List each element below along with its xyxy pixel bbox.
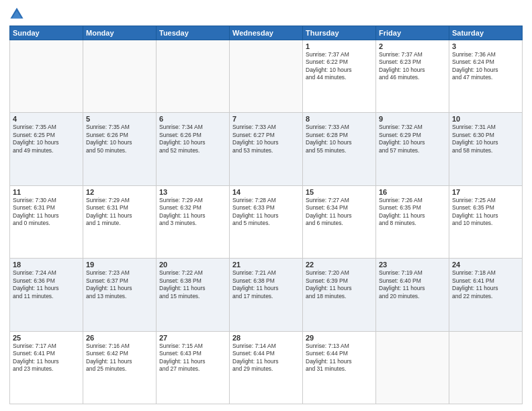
day-number: 18: [13, 261, 80, 269]
calendar-cell: 19Sunrise: 7:23 AM Sunset: 6:37 PM Dayli…: [83, 259, 157, 331]
calendar-cell: 29Sunrise: 7:13 AM Sunset: 6:44 PM Dayli…: [303, 331, 376, 404]
weekday-header-thursday: Thursday: [303, 26, 376, 40]
day-info: Sunrise: 7:25 AM Sunset: 6:35 PM Dayligh…: [452, 197, 519, 228]
calendar-cell: 20Sunrise: 7:22 AM Sunset: 6:38 PM Dayli…: [157, 259, 230, 331]
day-info: Sunrise: 7:33 AM Sunset: 6:28 PM Dayligh…: [306, 124, 373, 154]
day-info: Sunrise: 7:14 AM Sunset: 6:44 PM Dayligh…: [232, 342, 300, 373]
day-info: Sunrise: 7:32 AM Sunset: 6:29 PM Dayligh…: [379, 124, 446, 154]
calendar-cell: 4Sunrise: 7:35 AM Sunset: 6:25 PM Daylig…: [10, 113, 83, 185]
weekday-header-sunday: Sunday: [10, 26, 83, 40]
day-info: Sunrise: 7:24 AM Sunset: 6:36 PM Dayligh…: [13, 269, 80, 300]
calendar-cell: 24Sunrise: 7:18 AM Sunset: 6:41 PM Dayli…: [449, 259, 523, 331]
calendar-week-4: 18Sunrise: 7:24 AM Sunset: 6:36 PM Dayli…: [10, 259, 523, 331]
calendar-cell: 25Sunrise: 7:17 AM Sunset: 6:41 PM Dayli…: [10, 331, 83, 404]
calendar-week-5: 25Sunrise: 7:17 AM Sunset: 6:41 PM Dayli…: [10, 331, 523, 404]
header: [9, 7, 523, 21]
logo-icon: [9, 7, 24, 21]
weekday-header-wednesday: Wednesday: [230, 26, 303, 40]
calendar-cell: 18Sunrise: 7:24 AM Sunset: 6:36 PM Dayli…: [10, 259, 83, 331]
day-number: 29: [306, 334, 373, 342]
day-number: 14: [232, 188, 300, 196]
calendar-week-1: 1Sunrise: 7:37 AM Sunset: 6:22 PM Daylig…: [10, 40, 523, 113]
calendar-cell: [10, 40, 83, 113]
calendar-cell: 14Sunrise: 7:28 AM Sunset: 6:33 PM Dayli…: [230, 185, 303, 258]
calendar-week-3: 11Sunrise: 7:30 AM Sunset: 6:31 PM Dayli…: [10, 185, 523, 258]
calendar-cell: 28Sunrise: 7:14 AM Sunset: 6:44 PM Dayli…: [230, 331, 303, 404]
calendar-cell: 21Sunrise: 7:21 AM Sunset: 6:38 PM Dayli…: [230, 259, 303, 331]
calendar-cell: 27Sunrise: 7:15 AM Sunset: 6:43 PM Dayli…: [157, 331, 230, 404]
day-number: 2: [379, 42, 446, 50]
day-number: 26: [86, 334, 153, 342]
calendar-cell: 13Sunrise: 7:29 AM Sunset: 6:32 PM Dayli…: [157, 185, 230, 258]
logo: [9, 7, 27, 21]
day-number: 4: [13, 115, 80, 123]
calendar-cell: [157, 40, 230, 113]
calendar-week-2: 4Sunrise: 7:35 AM Sunset: 6:25 PM Daylig…: [10, 113, 523, 185]
day-number: 20: [159, 261, 226, 269]
day-number: 3: [452, 42, 519, 50]
calendar-cell: 10Sunrise: 7:31 AM Sunset: 6:30 PM Dayli…: [449, 113, 523, 185]
calendar-cell: 5Sunrise: 7:35 AM Sunset: 6:26 PM Daylig…: [83, 113, 157, 185]
day-info: Sunrise: 7:29 AM Sunset: 6:31 PM Dayligh…: [86, 197, 153, 228]
calendar-cell: 23Sunrise: 7:19 AM Sunset: 6:40 PM Dayli…: [376, 259, 449, 331]
day-number: 17: [452, 188, 519, 196]
day-number: 9: [379, 115, 446, 123]
day-number: 7: [232, 115, 300, 123]
weekday-header-saturday: Saturday: [449, 26, 523, 40]
calendar-cell: [83, 40, 157, 113]
day-info: Sunrise: 7:27 AM Sunset: 6:34 PM Dayligh…: [306, 197, 373, 228]
day-info: Sunrise: 7:30 AM Sunset: 6:31 PM Dayligh…: [13, 197, 80, 228]
day-info: Sunrise: 7:35 AM Sunset: 6:25 PM Dayligh…: [13, 124, 80, 154]
day-number: 16: [379, 188, 446, 196]
calendar-cell: 16Sunrise: 7:26 AM Sunset: 6:35 PM Dayli…: [376, 185, 449, 258]
calendar-cell: 9Sunrise: 7:32 AM Sunset: 6:29 PM Daylig…: [376, 113, 449, 185]
day-info: Sunrise: 7:16 AM Sunset: 6:42 PM Dayligh…: [86, 342, 153, 373]
calendar-cell: [230, 40, 303, 113]
weekday-header-monday: Monday: [83, 26, 157, 40]
calendar-cell: 11Sunrise: 7:30 AM Sunset: 6:31 PM Dayli…: [10, 185, 83, 258]
day-number: 21: [232, 261, 300, 269]
calendar-cell: 3Sunrise: 7:36 AM Sunset: 6:24 PM Daylig…: [449, 40, 523, 113]
day-number: 13: [159, 188, 226, 196]
day-number: 12: [86, 188, 153, 196]
page: SundayMondayTuesdayWednesdayThursdayFrid…: [0, 0, 532, 411]
day-info: Sunrise: 7:19 AM Sunset: 6:40 PM Dayligh…: [379, 269, 446, 300]
calendar-cell: 12Sunrise: 7:29 AM Sunset: 6:31 PM Dayli…: [83, 185, 157, 258]
day-number: 25: [13, 334, 80, 342]
calendar-cell: 22Sunrise: 7:20 AM Sunset: 6:39 PM Dayli…: [303, 259, 376, 331]
day-info: Sunrise: 7:23 AM Sunset: 6:37 PM Dayligh…: [86, 269, 153, 300]
day-info: Sunrise: 7:33 AM Sunset: 6:27 PM Dayligh…: [232, 124, 300, 154]
calendar-table: SundayMondayTuesdayWednesdayThursdayFrid…: [9, 26, 523, 404]
weekday-header-tuesday: Tuesday: [157, 26, 230, 40]
day-number: 10: [452, 115, 519, 123]
day-number: 1: [306, 42, 373, 50]
day-number: 11: [13, 188, 80, 196]
weekday-header-friday: Friday: [376, 26, 449, 40]
day-info: Sunrise: 7:26 AM Sunset: 6:35 PM Dayligh…: [379, 197, 446, 228]
day-info: Sunrise: 7:17 AM Sunset: 6:41 PM Dayligh…: [13, 342, 80, 373]
day-info: Sunrise: 7:37 AM Sunset: 6:22 PM Dayligh…: [306, 51, 373, 82]
calendar-cell: 26Sunrise: 7:16 AM Sunset: 6:42 PM Dayli…: [83, 331, 157, 404]
calendar-cell: [376, 331, 449, 404]
day-info: Sunrise: 7:13 AM Sunset: 6:44 PM Dayligh…: [306, 342, 373, 373]
day-number: 19: [86, 261, 153, 269]
day-info: Sunrise: 7:29 AM Sunset: 6:32 PM Dayligh…: [159, 197, 226, 228]
day-info: Sunrise: 7:20 AM Sunset: 6:39 PM Dayligh…: [306, 269, 373, 300]
day-number: 22: [306, 261, 373, 269]
calendar-cell: 15Sunrise: 7:27 AM Sunset: 6:34 PM Dayli…: [303, 185, 376, 258]
day-info: Sunrise: 7:21 AM Sunset: 6:38 PM Dayligh…: [232, 269, 300, 300]
day-info: Sunrise: 7:37 AM Sunset: 6:23 PM Dayligh…: [379, 51, 446, 82]
calendar-cell: 2Sunrise: 7:37 AM Sunset: 6:23 PM Daylig…: [376, 40, 449, 113]
day-info: Sunrise: 7:31 AM Sunset: 6:30 PM Dayligh…: [452, 124, 519, 154]
calendar-cell: 17Sunrise: 7:25 AM Sunset: 6:35 PM Dayli…: [449, 185, 523, 258]
day-number: 5: [86, 115, 153, 123]
day-number: 24: [452, 261, 519, 269]
calendar-cell: 1Sunrise: 7:37 AM Sunset: 6:22 PM Daylig…: [303, 40, 376, 113]
day-number: 8: [306, 115, 373, 123]
day-number: 28: [232, 334, 300, 342]
day-number: 23: [379, 261, 446, 269]
day-info: Sunrise: 7:35 AM Sunset: 6:26 PM Dayligh…: [86, 124, 153, 154]
day-number: 6: [159, 115, 226, 123]
weekday-header-row: SundayMondayTuesdayWednesdayThursdayFrid…: [10, 26, 523, 40]
day-info: Sunrise: 7:22 AM Sunset: 6:38 PM Dayligh…: [159, 269, 226, 300]
